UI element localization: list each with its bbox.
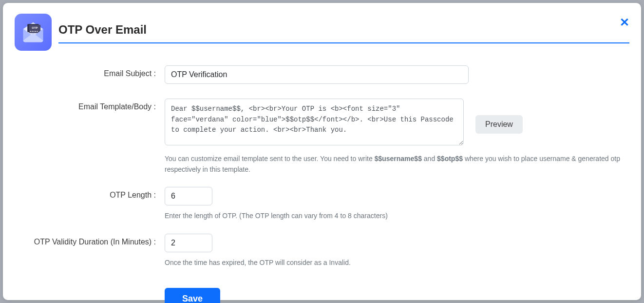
row-email-subject: Email Subject : <box>15 65 629 84</box>
modal-header: OTP OTP Over Email <box>15 14 629 51</box>
email-template-help-row: You can customize email template sent to… <box>165 153 629 175</box>
svg-point-6 <box>35 31 36 32</box>
svg-point-7 <box>37 31 38 32</box>
email-template-help: You can customize email template sent to… <box>165 153 629 175</box>
form-area: Email Subject : Email Template/Body : Pr… <box>15 65 629 303</box>
save-button[interactable]: Save <box>165 288 220 303</box>
otp-length-help: Enter the length of OTP. (The OTP length… <box>165 210 629 221</box>
title-underline <box>58 42 629 43</box>
otp-over-email-modal: ✕ OTP OTP Over Email Em <box>3 3 641 300</box>
preview-button[interactable]: Preview <box>475 115 523 134</box>
otp-length-input[interactable] <box>165 187 212 205</box>
email-template-label: Email Template/Body : <box>15 99 165 111</box>
row-otp-validity: OTP Validity Duration (In Minutes) : <box>15 234 629 252</box>
help-token1: $$username$$ <box>375 155 422 162</box>
svg-point-4 <box>32 31 33 32</box>
envelope-svg: OTP <box>20 19 46 45</box>
otp-length-help-row: Enter the length of OTP. (The OTP length… <box>165 210 629 221</box>
help-prefix: You can customize email template sent to… <box>165 155 375 162</box>
modal-title: OTP Over Email <box>58 23 629 37</box>
email-subject-input[interactable] <box>165 65 469 84</box>
help-token2: $$otp$$ <box>437 155 463 162</box>
otp-length-label: OTP Length : <box>15 187 165 200</box>
row-email-template: Email Template/Body : Preview <box>15 99 629 145</box>
otp-validity-help-row: Once the time has expired, the OTP will … <box>165 257 629 268</box>
otp-validity-input[interactable] <box>165 234 212 252</box>
otp-envelope-icon: OTP <box>15 14 52 51</box>
otp-validity-label: OTP Validity Duration (In Minutes) : <box>15 234 165 246</box>
title-wrap: OTP Over Email <box>58 21 629 43</box>
svg-point-5 <box>34 31 35 32</box>
help-mid: and <box>422 155 437 162</box>
svg-point-3 <box>30 31 31 32</box>
row-otp-length: OTP Length : <box>15 187 629 205</box>
close-icon[interactable]: ✕ <box>620 17 629 28</box>
email-subject-label: Email Subject : <box>15 65 165 78</box>
svg-text:OTP: OTP <box>32 26 38 29</box>
save-row: Save <box>165 288 629 303</box>
email-template-textarea[interactable] <box>165 99 464 145</box>
otp-validity-help: Once the time has expired, the OTP will … <box>165 257 629 268</box>
